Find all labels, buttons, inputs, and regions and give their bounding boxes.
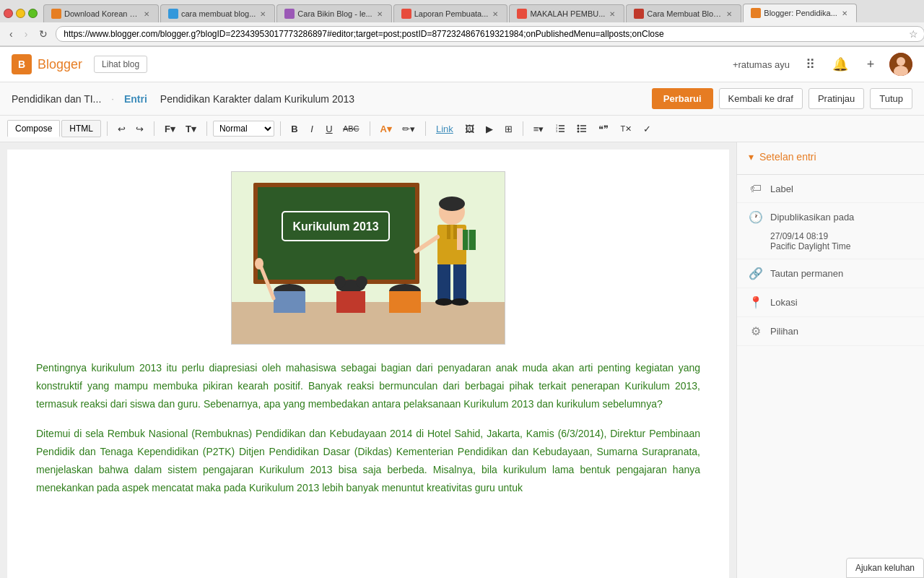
ordered-list-button[interactable]: 123	[551, 120, 570, 137]
sidebar-item-label[interactable]: 🏷 Label	[737, 175, 924, 203]
ordered-list-icon: 123	[555, 124, 565, 134]
notifications-icon-button[interactable]: 🔔	[829, 53, 852, 76]
tab-label-2: cara membuat blog...	[181, 9, 256, 18]
tab-1[interactable]: Download Korean D... ✕	[43, 4, 159, 22]
tutup-button[interactable]: Tutup	[870, 88, 912, 109]
svg-point-13	[578, 128, 580, 130]
tab-favicon-2	[168, 9, 178, 19]
strikethrough-button[interactable]: ABC	[339, 120, 364, 137]
post-paragraph-2: Ditemui di sela Rembuk Nasional (Rembukn…	[36, 425, 700, 498]
editor-toolbar: Compose HTML ↩ ↪ F▾ T▾ Normal Heading 1 …	[0, 116, 924, 142]
user-avatar[interactable]	[889, 53, 912, 76]
sidebar-setelan-header[interactable]: ▾ Setelan entri	[737, 142, 924, 175]
editor-scroll[interactable]: Kurikulum 2013	[7, 150, 729, 578]
published-details: 27/09/14 08:19 Pacific Daylight Time	[749, 231, 850, 251]
view-blog-button[interactable]: Lihat blog	[94, 56, 147, 73]
setelan-header-row[interactable]: ▾ Setelan entri	[749, 151, 912, 163]
format-dropdown[interactable]: Normal Heading 1 Heading 2 Heading 3	[213, 121, 274, 137]
tab-6[interactable]: Cara Membuat Blog... ✕	[626, 4, 741, 22]
tab-close-7[interactable]: ✕	[840, 9, 849, 17]
sidebar-item-permalink[interactable]: 🔗 Tautan permanen	[737, 259, 924, 288]
separator-6	[425, 121, 426, 136]
tab-5[interactable]: MAKALAH PEMBU... ✕	[509, 4, 624, 22]
editor-content: Kurikulum 2013	[7, 150, 729, 578]
minimize-window-btn[interactable]	[16, 9, 25, 18]
link-button[interactable]: Link	[432, 120, 458, 137]
window-controls	[4, 9, 38, 18]
undo-button[interactable]: ↩	[113, 120, 130, 137]
font-family-button[interactable]: F▾	[160, 120, 180, 137]
svg-rect-36	[274, 291, 305, 313]
underline-button[interactable]: U	[321, 120, 337, 137]
blogger-appbar: B Blogger Lihat blog +ratumas ayu ⠿ 🔔 +	[0, 47, 924, 82]
bookmark-star-icon[interactable]: ☆	[909, 28, 918, 40]
insert-image-button[interactable]: 🖼	[461, 120, 479, 137]
svg-point-38	[255, 258, 263, 269]
insert-video-button[interactable]: ▶	[481, 120, 497, 137]
add-icon-button[interactable]: +	[859, 53, 882, 76]
italic-button[interactable]: I	[304, 120, 320, 137]
align-button[interactable]: ≡▾	[529, 120, 549, 137]
label-icon: 🏷	[749, 182, 763, 195]
tab-label-4: Laporan Pembuata...	[414, 9, 489, 18]
forward-button[interactable]: ›	[21, 27, 32, 41]
tab-favicon-5	[517, 9, 527, 19]
svg-rect-42	[336, 291, 365, 313]
tab-3[interactable]: Cara Bikin Blog - le... ✕	[276, 4, 391, 22]
kembali-ke-draf-button[interactable]: Kembali ke draf	[719, 88, 803, 109]
tab-close-1[interactable]: ✕	[142, 10, 151, 18]
tab-7[interactable]: Blogger: Pendidika... ✕	[743, 4, 857, 22]
published-row: 🕐 Dipublikasikan pada	[749, 210, 854, 224]
clock-icon: 🕐	[749, 210, 763, 224]
separator-4	[280, 121, 281, 136]
tab-close-6[interactable]: ✕	[725, 10, 733, 18]
unordered-list-button[interactable]	[572, 120, 591, 137]
main-layout: Kurikulum 2013	[0, 142, 924, 578]
svg-point-33	[451, 298, 468, 306]
address-bar: ‹ › ↻ ☆	[0, 22, 924, 46]
clear-format-button[interactable]: T✕	[616, 120, 636, 137]
highlight-button[interactable]: ✏▾	[398, 120, 419, 137]
svg-rect-16	[232, 302, 505, 345]
perbarui-button[interactable]: Perbarui	[652, 88, 713, 109]
published-date: 27/09/14 08:19	[770, 231, 850, 241]
compose-mode-button[interactable]: Compose	[7, 120, 60, 137]
tab-2[interactable]: cara membuat blog... ✕	[160, 4, 275, 22]
pratinjau-button[interactable]: Pratinjau	[808, 88, 864, 109]
html-mode-button[interactable]: HTML	[61, 120, 101, 137]
address-input[interactable]	[56, 26, 924, 42]
post-title-input[interactable]	[154, 91, 645, 107]
redo-button[interactable]: ↪	[131, 120, 148, 137]
svg-rect-29	[457, 228, 463, 250]
tab-close-2[interactable]: ✕	[258, 10, 267, 18]
tab-label-5: MAKALAH PEMBU...	[530, 9, 605, 18]
blockquote-button[interactable]: ❝❞	[594, 120, 613, 137]
separator: ·	[111, 93, 114, 104]
link-chain-icon: 🔗	[749, 267, 763, 280]
tab-label-6: Cara Membuat Blog...	[647, 9, 722, 18]
feedback-button[interactable]: Ajukan keluhan	[846, 558, 924, 578]
label-text: Label	[770, 184, 793, 194]
right-sidebar: ▾ Setelan entri 🏷 Label 🕐 Dipublikasikan…	[736, 142, 924, 578]
apps-icon-button[interactable]: ⠿	[798, 53, 821, 76]
reload-button[interactable]: ↻	[35, 27, 51, 41]
spell-check-button[interactable]: ✓	[639, 120, 655, 137]
tab-close-3[interactable]: ✕	[375, 10, 384, 18]
maximize-window-btn[interactable]	[28, 9, 38, 18]
entri-badge: Entri	[124, 93, 147, 105]
back-button[interactable]: ‹	[6, 27, 17, 41]
font-group: F▾ T▾	[160, 120, 201, 137]
close-window-btn[interactable]	[4, 9, 13, 18]
font-size-button[interactable]: T▾	[181, 120, 201, 137]
sidebar-item-location[interactable]: 📍 Lokasi	[737, 288, 924, 317]
sidebar-item-options[interactable]: ⚙ Pilihan	[737, 317, 924, 346]
chevron-right-icon: ▾	[749, 151, 754, 163]
tab-favicon-1	[51, 9, 61, 19]
bold-button[interactable]: B	[287, 120, 302, 137]
tab-4[interactable]: Laporan Pembuata... ✕	[393, 4, 508, 22]
insert-more-button[interactable]: ⊞	[500, 120, 517, 137]
tab-close-5[interactable]: ✕	[608, 10, 616, 18]
tab-close-4[interactable]: ✕	[491, 10, 500, 18]
sidebar-item-published[interactable]: 🕐 Dipublikasikan pada 27/09/14 08:19 Pac…	[737, 203, 924, 259]
text-color-button[interactable]: A▾	[376, 120, 396, 137]
